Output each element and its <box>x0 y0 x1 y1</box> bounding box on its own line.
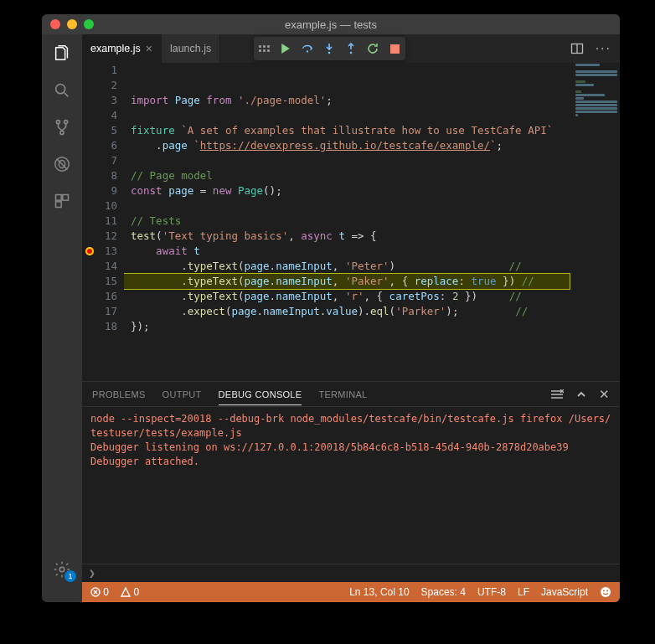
chevron-up-icon[interactable] <box>575 389 587 400</box>
svg-point-12 <box>350 52 353 54</box>
step-over-icon[interactable] <box>302 43 313 54</box>
settings-icon[interactable]: 1 <box>51 559 73 580</box>
clear-console-icon[interactable] <box>550 389 564 399</box>
tab-label: example.js <box>90 43 141 54</box>
feedback-icon[interactable] <box>600 586 611 598</box>
language-mode[interactable]: JavaScript <box>541 586 588 598</box>
search-icon[interactable] <box>51 80 73 101</box>
code-line[interactable]: }); <box>124 319 570 334</box>
restart-icon[interactable] <box>367 43 379 54</box>
svg-point-11 <box>328 52 331 54</box>
drag-handle-icon[interactable] <box>259 45 270 52</box>
warnings-count[interactable]: 0 <box>121 586 139 598</box>
breakpoint-icon[interactable] <box>85 247 94 255</box>
svg-rect-7 <box>63 195 69 201</box>
close-tab-icon[interactable]: × <box>146 42 152 55</box>
explorer-icon[interactable] <box>51 43 73 64</box>
code-area[interactable]: import Page from './page-model';fixture … <box>124 63 620 381</box>
panel-tabs: PROBLEMSOUTPUTDEBUG CONSOLETERMINAL ✕ <box>82 382 620 407</box>
vscode-window: example.js — tests 1 <box>42 14 620 602</box>
minimap[interactable] <box>573 63 620 381</box>
code-line[interactable]: await t <box>124 244 570 259</box>
stop-icon[interactable] <box>389 43 400 54</box>
panel-tab-problems[interactable]: PROBLEMS <box>92 389 146 399</box>
svg-point-17 <box>603 590 605 592</box>
more-icon[interactable]: ··· <box>596 41 611 56</box>
code-line[interactable]: .expect(page.nameInput.value).eql('Parke… <box>124 304 570 319</box>
debug-console-output[interactable]: node --inspect=20018 --debug-brk node_mo… <box>82 407 620 564</box>
svg-point-9 <box>59 567 64 572</box>
indentation[interactable]: Spaces: 4 <box>421 586 466 598</box>
status-bar: 0 0 Ln 13, Col 10 Spaces: 4 UTF-8 LF Jav… <box>82 582 620 602</box>
close-panel-icon[interactable]: ✕ <box>599 387 610 402</box>
step-into-icon[interactable] <box>323 43 335 54</box>
code-line[interactable]: // Tests <box>124 214 570 229</box>
code-line[interactable] <box>124 334 570 349</box>
code-line[interactable]: // Page model <box>124 168 570 183</box>
settings-badge: 1 <box>64 570 76 582</box>
code-line[interactable] <box>124 198 570 214</box>
svg-point-0 <box>56 85 65 94</box>
code-line[interactable]: .page `https://devexpress.github.io/test… <box>124 138 570 153</box>
eol[interactable]: LF <box>518 586 529 598</box>
svg-point-16 <box>601 587 611 597</box>
code-line[interactable]: const page = new Page(); <box>124 183 570 198</box>
code-line[interactable]: .typeText(page.nameInput, 'Peter') // <box>124 259 570 274</box>
panel-tab-output[interactable]: OUTPUT <box>162 389 202 399</box>
line-gutter[interactable]: 123456789101112131415161718 <box>97 63 124 381</box>
activity-bar: 1 <box>42 34 82 602</box>
encoding[interactable]: UTF-8 <box>477 586 506 598</box>
tab-bar: example.js×launch.js ··· <box>82 34 620 63</box>
tab-launch-js[interactable]: launch.js <box>162 34 220 63</box>
source-control-icon[interactable] <box>51 116 73 138</box>
continue-icon[interactable] <box>280 43 291 54</box>
bottom-panel: PROBLEMSOUTPUTDEBUG CONSOLETERMINAL ✕ no… <box>82 381 620 582</box>
svg-point-2 <box>64 121 68 124</box>
window-title: example.js — tests <box>42 18 620 31</box>
svg-point-10 <box>307 50 308 52</box>
repl-input[interactable]: ❯ <box>82 564 620 582</box>
tab-label: launch.js <box>170 43 211 54</box>
cursor-position[interactable]: Ln 13, Col 10 <box>349 586 409 598</box>
svg-point-3 <box>60 131 64 134</box>
code-line[interactable] <box>124 108 570 123</box>
code-line[interactable]: fixture `A set of examples that illustra… <box>124 123 570 138</box>
debug-toolbar[interactable] <box>254 37 405 60</box>
svg-point-1 <box>56 121 59 124</box>
extensions-icon[interactable] <box>51 190 73 212</box>
code-line[interactable]: .typeText(page.nameInput, 'r', { caretPo… <box>124 289 570 304</box>
svg-rect-8 <box>56 202 62 208</box>
debug-icon[interactable] <box>51 153 73 175</box>
code-line[interactable] <box>124 349 570 364</box>
svg-rect-13 <box>390 44 400 54</box>
editor[interactable]: 123456789101112131415161718 import Page … <box>82 63 620 381</box>
split-editor-icon[interactable] <box>570 42 584 55</box>
code-line[interactable] <box>124 153 570 168</box>
tab-example-js[interactable]: example.js× <box>82 34 162 63</box>
titlebar: example.js — tests <box>42 14 620 34</box>
code-line[interactable]: .typeText(page.nameInput, 'Paker', { rep… <box>124 274 570 289</box>
svg-point-18 <box>606 590 608 592</box>
code-line[interactable]: test('Text typing basics', async t => { <box>124 229 570 244</box>
errors-count[interactable]: 0 <box>90 586 109 598</box>
panel-tab-debug-console[interactable]: DEBUG CONSOLE <box>219 389 302 405</box>
svg-rect-6 <box>56 195 62 201</box>
panel-tab-terminal[interactable]: TERMINAL <box>318 389 367 399</box>
step-out-icon[interactable] <box>345 43 357 54</box>
code-line[interactable]: import Page from './page-model'; <box>124 93 570 108</box>
